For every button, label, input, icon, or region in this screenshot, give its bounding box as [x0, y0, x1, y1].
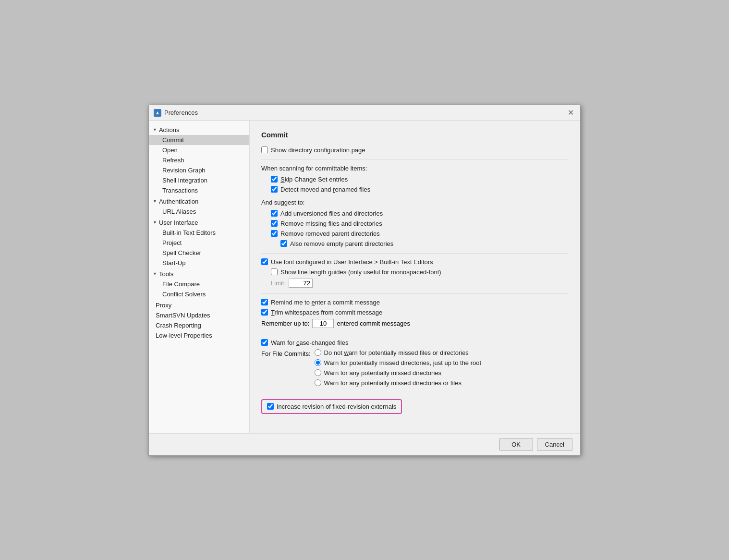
radio-no-warn[interactable] [315, 349, 321, 356]
ok-button[interactable]: OK [499, 438, 533, 450]
file-commits-label: For File Commits: [261, 349, 311, 357]
sidebar-item-transactions[interactable]: Transactions [149, 185, 249, 195]
detect-moved-label[interactable]: Detect moved and renamed files [280, 186, 370, 193]
sidebar-group-authentication-header[interactable]: ▼ Authentication [149, 196, 249, 207]
sidebar-item-file-compare[interactable]: File Compare [149, 279, 249, 289]
use-font-label[interactable]: Use font configured in User Interface > … [271, 258, 433, 266]
remind-commit-label[interactable]: Remind me to enter a commit message [271, 299, 380, 306]
detect-moved-row: Detect moved and renamed files [261, 186, 569, 193]
remind-commit-checkbox[interactable] [261, 299, 268, 305]
show-directory-section: Show directory configuration page [261, 146, 569, 154]
show-directory-checkbox[interactable] [261, 146, 268, 153]
sidebar-item-shell-integration[interactable]: Shell Integration [149, 175, 249, 185]
suggest-section: And suggest to: Add unversioned files an… [261, 199, 569, 247]
sidebar-item-startup[interactable]: Start-Up [149, 258, 249, 268]
sidebar-item-refresh[interactable]: Refresh [149, 155, 249, 165]
cancel-button[interactable]: Cancel [537, 438, 572, 450]
use-font-row: Use font configured in User Interface > … [261, 258, 569, 266]
main-panel: Commit Show directory configuration page… [250, 121, 580, 433]
sidebar-item-open[interactable]: Open [149, 145, 249, 155]
remove-missing-checkbox[interactable] [271, 220, 278, 227]
expand-icon-tools: ▼ [153, 271, 157, 276]
increase-revision-checkbox[interactable] [267, 403, 274, 410]
app-icon: ▲ [154, 109, 161, 117]
trim-whitespaces-checkbox[interactable] [261, 309, 268, 316]
remove-missing-row: Remove missing files and directories [261, 220, 569, 227]
sidebar-item-revision-graph[interactable]: Revision Graph [149, 165, 249, 175]
sidebar-item-url-aliases[interactable]: URL Aliases [149, 207, 249, 217]
show-directory-label[interactable]: Show directory configuration page [271, 146, 365, 154]
remove-missing-label[interactable]: Remove missing files and directories [280, 220, 382, 227]
warn-case-changed-row: Warn for case-changed files [261, 339, 569, 346]
sidebar-item-low-level-properties[interactable]: Low-level Properties [149, 330, 249, 341]
skip-change-set-row: Skip Change Set entries [261, 176, 569, 183]
sidebar-item-smartsvn-updates[interactable]: SmartSVN Updates [149, 310, 249, 320]
sidebar-group-ui-header[interactable]: ▼ User Interface [149, 218, 249, 228]
trim-whitespaces-label[interactable]: Trim whitespaces from commit message [271, 309, 382, 316]
radio-row-3: Warn for any potentially missed director… [315, 379, 482, 387]
show-line-length-label[interactable]: Show line length guides (only useful for… [280, 268, 441, 276]
limit-label: Limit: [271, 280, 286, 287]
radio-warn-any-dirs[interactable] [315, 369, 321, 376]
radio-group: Do not warn for potentially missed files… [315, 349, 482, 390]
add-unversioned-checkbox[interactable] [271, 210, 278, 217]
sidebar: ▼ Actions Commit Open Refresh Revision G… [149, 121, 250, 433]
sidebar-item-built-in-editors[interactable]: Built-in Text Editors [149, 228, 249, 238]
titlebar: ▲ Preferences ✕ [149, 105, 580, 121]
remember-input[interactable] [312, 319, 334, 328]
close-button[interactable]: ✕ [566, 108, 575, 118]
also-remove-empty-label[interactable]: Also remove empty parent directories [290, 240, 393, 247]
skip-change-set-label[interactable]: Skip Change Set entries [280, 176, 348, 183]
sidebar-item-project[interactable]: Project [149, 238, 249, 248]
also-remove-empty-row: Also remove empty parent directories [261, 240, 569, 247]
warn-case-changed-checkbox[interactable] [261, 339, 268, 346]
trim-whitespaces-row: Trim whitespaces from commit message [261, 309, 569, 316]
scanning-section: When scanning for committable items: Ski… [261, 165, 569, 193]
add-unversioned-row: Add unversioned files and directories [261, 210, 569, 217]
sidebar-item-proxy[interactable]: Proxy [149, 300, 249, 310]
sidebar-item-crash-reporting[interactable]: Crash Reporting [149, 320, 249, 330]
radio-row-1: Warn for potentially missed directories,… [315, 359, 482, 366]
bottom-bar: OK Cancel [149, 433, 580, 455]
radio-warn-any-dirs-label[interactable]: Warn for any potentially missed director… [324, 369, 441, 377]
expand-icon: ▼ [153, 127, 157, 132]
remove-removed-parent-label[interactable]: Remove removed parent directories [280, 230, 380, 237]
remove-removed-parent-checkbox[interactable] [271, 230, 278, 237]
also-remove-empty-checkbox[interactable] [280, 240, 287, 247]
sidebar-group-user-interface: ▼ User Interface Built-in Text Editors P… [149, 218, 249, 268]
show-directory-row: Show directory configuration page [261, 146, 569, 154]
remember-suffix: entered commit messages [337, 320, 410, 327]
limit-input[interactable]: 72 [289, 279, 313, 288]
sidebar-group-tools-label: Tools [159, 270, 173, 278]
use-font-checkbox[interactable] [261, 258, 268, 265]
titlebar-left: ▲ Preferences [154, 109, 198, 117]
sidebar-item-spell-checker[interactable]: Spell Checker [149, 248, 249, 258]
radio-warn-any-dirs-files-label[interactable]: Warn for any potentially missed director… [324, 379, 462, 387]
sidebar-group-ui-label: User Interface [159, 219, 198, 226]
increase-revision-section: Increase revision of fixed-revision exte… [261, 399, 402, 414]
radio-row-2: Warn for any potentially missed director… [315, 369, 482, 377]
sidebar-item-conflict-solvers[interactable]: Conflict Solvers [149, 289, 249, 299]
show-line-length-checkbox[interactable] [271, 268, 278, 275]
sidebar-group-tools: ▼ Tools File Compare Conflict Solvers [149, 269, 249, 299]
radio-warn-any-dirs-files[interactable] [315, 379, 321, 386]
suggest-label: And suggest to: [261, 199, 569, 206]
window-title: Preferences [164, 109, 198, 116]
increase-revision-label[interactable]: Increase revision of fixed-revision exte… [277, 403, 396, 410]
warn-case-changed-label[interactable]: Warn for case-changed files [271, 339, 348, 346]
limit-row: Limit: 72 [261, 279, 569, 288]
detect-moved-checkbox[interactable] [271, 186, 278, 193]
show-line-length-row: Show line length guides (only useful for… [261, 268, 569, 276]
scanning-label: When scanning for committable items: [261, 165, 569, 172]
radio-no-warn-label[interactable]: Do not warn for potentially missed files… [324, 349, 469, 356]
skip-change-set-checkbox[interactable] [271, 176, 278, 183]
radio-warn-root[interactable] [315, 359, 321, 366]
remind-commit-row: Remind me to enter a commit message [261, 299, 569, 306]
radio-warn-root-label[interactable]: Warn for potentially missed directories,… [324, 359, 482, 366]
sidebar-group-authentication-label: Authentication [159, 198, 198, 205]
sidebar-group-actions-header[interactable]: ▼ Actions [149, 125, 249, 135]
sidebar-item-commit[interactable]: Commit [149, 135, 249, 145]
sidebar-group-tools-header[interactable]: ▼ Tools [149, 269, 249, 279]
sidebar-group-authentication: ▼ Authentication URL Aliases [149, 196, 249, 217]
add-unversioned-label[interactable]: Add unversioned files and directories [280, 210, 383, 217]
